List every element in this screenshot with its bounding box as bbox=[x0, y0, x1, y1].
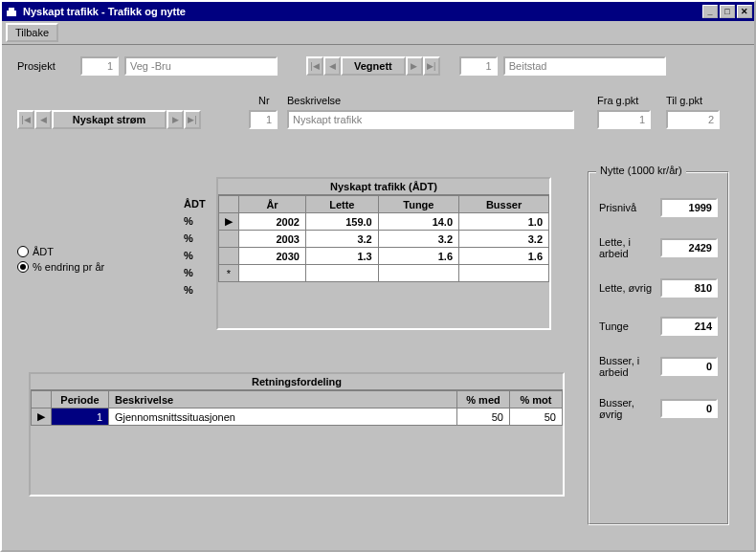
vegnett-last-icon[interactable]: ▶| bbox=[423, 56, 440, 76]
project-label: Prosjekt bbox=[17, 60, 75, 72]
col-busser[interactable]: Busser bbox=[459, 196, 549, 213]
busser-arbeid-label: Busser, i arbeid bbox=[599, 355, 655, 378]
close-button[interactable]: ✕ bbox=[737, 5, 752, 18]
col-mot[interactable]: % mot bbox=[510, 391, 563, 408]
new-row-icon: * bbox=[219, 265, 239, 282]
strom-prev-icon[interactable]: ◀ bbox=[34, 110, 52, 129]
row-pointer-icon: ▶ bbox=[32, 408, 52, 426]
col-periode[interactable]: Periode bbox=[52, 391, 109, 408]
titlebar: Nyskapt trafikk - Trafikk og nytte _ □ ✕ bbox=[2, 2, 754, 21]
direction-grid-caption: Retningsfordeling bbox=[31, 374, 563, 390]
traffic-grid[interactable]: Nyskapt trafikk (ÅDT) År Lette Tunge Bus… bbox=[216, 177, 551, 330]
fra-label: Fra g.pkt bbox=[597, 95, 638, 106]
lette-ovrig-label: Lette, øvrig bbox=[599, 282, 655, 294]
col-tunge[interactable]: Tunge bbox=[378, 196, 458, 213]
radio-pct-label: % endring pr år bbox=[33, 261, 104, 273]
table-row[interactable]: 2003 3.2 3.2 3.2 bbox=[219, 231, 549, 248]
traffic-grid-caption: Nyskapt trafikk (ÅDT) bbox=[218, 179, 549, 195]
prisniva-label: Prisnivå bbox=[599, 202, 655, 213]
nytte-caption: Nytte (1000 kr/år) bbox=[596, 165, 686, 176]
maximize-button[interactable]: □ bbox=[720, 5, 735, 18]
back-button[interactable]: Tilbake bbox=[6, 23, 58, 42]
strom-label[interactable]: Nyskapt strøm bbox=[52, 110, 167, 129]
radio-adt-label: ÅDT bbox=[33, 246, 54, 257]
vegnett-name: Beitstad bbox=[503, 56, 666, 76]
vegnett-prev-icon[interactable]: ◀ bbox=[323, 56, 341, 76]
vegnett-label[interactable]: Vegnett bbox=[341, 56, 406, 76]
adt-unit-column: ÅDT % % % % % bbox=[184, 198, 206, 301]
adt-header: ÅDT bbox=[184, 198, 206, 215]
radio-adt[interactable]: ÅDT bbox=[17, 246, 104, 257]
strom-fra[interactable]: 1 bbox=[597, 110, 651, 129]
nr-label: Nr bbox=[258, 95, 270, 106]
vegnett-nav: |◀ ◀ Vegnett ▶ ▶| bbox=[306, 56, 440, 76]
vegnett-next-icon[interactable]: ▶ bbox=[406, 56, 423, 76]
table-row-new[interactable]: * bbox=[219, 265, 549, 282]
radio-dot-icon bbox=[17, 246, 29, 257]
app-icon bbox=[4, 4, 19, 19]
lette-arbeid-value[interactable]: 2429 bbox=[660, 238, 718, 257]
col-beskrivelse[interactable]: Beskrivelse bbox=[109, 391, 457, 408]
project-id[interactable]: 1 bbox=[80, 56, 119, 76]
table-row[interactable]: ▶ 2002 159.0 14.0 1.0 bbox=[219, 213, 549, 231]
strom-beskrivelse[interactable]: Nyskapt trafikk bbox=[287, 110, 574, 129]
strom-last-icon[interactable]: ▶| bbox=[184, 110, 201, 129]
svg-rect-1 bbox=[9, 8, 14, 11]
window-title: Nyskapt trafikk - Trafikk og nytte bbox=[23, 6, 702, 17]
minimize-button[interactable]: _ bbox=[702, 5, 718, 18]
strom-next-icon[interactable]: ▶ bbox=[167, 110, 184, 129]
beskrivelse-label: Beskrivelse bbox=[287, 95, 341, 106]
table-row[interactable]: 2030 1.3 1.6 1.6 bbox=[219, 248, 549, 265]
radio-pct[interactable]: % endring pr år bbox=[17, 261, 104, 273]
tunge-value[interactable]: 214 bbox=[660, 317, 718, 336]
busser-arbeid-value[interactable]: 0 bbox=[660, 357, 718, 376]
til-label: Til g.pkt bbox=[666, 95, 702, 106]
table-row[interactable]: ▶ 1 Gjennomsnittssituasjonen 50 50 bbox=[32, 408, 563, 426]
busser-ovrig-label: Busser, øvrig bbox=[599, 397, 655, 420]
tunge-label: Tunge bbox=[599, 320, 655, 332]
menubar: Tilbake bbox=[2, 21, 754, 45]
direction-grid[interactable]: Retningsfordeling Periode Beskrivelse % … bbox=[29, 372, 565, 497]
lette-ovrig-value[interactable]: 810 bbox=[660, 278, 718, 298]
vegnett-id[interactable]: 1 bbox=[459, 56, 498, 76]
strom-til[interactable]: 2 bbox=[666, 110, 720, 129]
app-window: Nyskapt trafikk - Trafikk og nytte _ □ ✕… bbox=[0, 0, 756, 552]
strom-nr[interactable]: 1 bbox=[249, 110, 278, 129]
prisniva-value[interactable]: 1999 bbox=[660, 198, 718, 217]
col-lette[interactable]: Lette bbox=[305, 196, 378, 213]
strom-first-icon[interactable]: |◀ bbox=[17, 110, 34, 129]
radio-dot-selected-icon bbox=[17, 261, 29, 273]
project-name: Veg -Bru bbox=[124, 56, 278, 76]
lette-arbeid-label: Lette, i arbeid bbox=[599, 236, 655, 259]
busser-ovrig-value[interactable]: 0 bbox=[660, 399, 718, 418]
vegnett-first-icon[interactable]: |◀ bbox=[306, 56, 323, 76]
content-area: Prosjekt 1 Veg -Bru |◀ ◀ Vegnett ▶ ▶| 1 … bbox=[2, 45, 754, 550]
strom-nav: |◀ ◀ Nyskapt strøm ▶ ▶| bbox=[17, 110, 201, 129]
col-year[interactable]: År bbox=[239, 196, 306, 213]
col-med[interactable]: % med bbox=[457, 391, 510, 408]
row-pointer-icon: ▶ bbox=[219, 213, 239, 231]
svg-rect-0 bbox=[7, 11, 16, 16]
